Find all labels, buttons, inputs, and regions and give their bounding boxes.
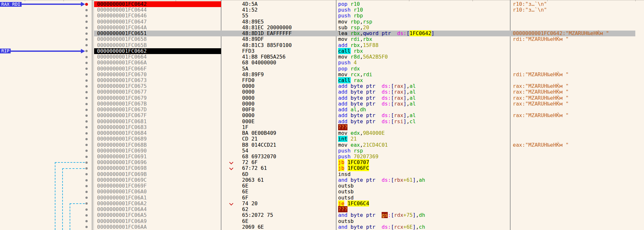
instruction-cell[interactable]: pop r10 bbox=[338, 1, 360, 7]
instruction-cell[interactable]: mov rbp,rsp bbox=[338, 19, 372, 25]
row-bullet-icon[interactable] bbox=[85, 144, 88, 146]
address-cell[interactable]: 0000000001FC064A bbox=[97, 25, 147, 31]
instruction-cell[interactable]: int 21 bbox=[338, 136, 357, 142]
instruction-cell[interactable]: mov eax,21CD4C01 bbox=[338, 142, 388, 148]
address-cell[interactable]: 0000000001FC06A0 bbox=[97, 189, 147, 195]
disasm-row[interactable]: 0000000001FC069672 6Fjb 1FC0707 bbox=[0, 160, 644, 165]
bytes-cell[interactable]: 2063 61 bbox=[242, 177, 264, 183]
instruction-cell[interactable]: outsd bbox=[338, 195, 354, 201]
address-cell[interactable]: 0000000001FC067F bbox=[97, 113, 147, 118]
address-cell[interactable]: 0000000001FC06AA bbox=[97, 224, 147, 230]
address-cell[interactable]: 0000000001FC06A9 bbox=[97, 218, 147, 224]
instruction-cell[interactable]: outsb bbox=[338, 189, 354, 195]
bytes-cell[interactable]: 48:89DF bbox=[242, 36, 264, 42]
disasm-row[interactable]: 0000000001FC069B6Dinsd bbox=[0, 171, 644, 177]
address-cell[interactable]: 0000000001FC0679 bbox=[97, 95, 147, 101]
disasm-row[interactable]: 0000000001FC069C2063 61and byte ptr ds:[… bbox=[0, 177, 644, 183]
address-cell[interactable]: 0000000001FC066F bbox=[97, 66, 147, 72]
row-bullet-icon[interactable] bbox=[85, 226, 88, 228]
row-bullet-icon[interactable] bbox=[85, 44, 88, 46]
bytes-cell[interactable]: 6E bbox=[242, 189, 248, 195]
disasm-row[interactable]: 0000000001FC06A565:2072 75and byte ptr g… bbox=[0, 212, 644, 218]
bytes-cell[interactable]: 48:81C3 885F0100 bbox=[242, 42, 292, 48]
bytes-cell[interactable]: 72 6F bbox=[242, 160, 258, 165]
instruction-cell[interactable]: ??? bbox=[338, 124, 347, 130]
address-cell[interactable]: 0000000001FC0662 bbox=[97, 48, 147, 54]
address-cell[interactable]: 0000000001FC0691 bbox=[97, 154, 147, 160]
disasm-row[interactable]: 0000000001FC066441:B8 F0B5A256mov r8d,56… bbox=[0, 54, 644, 60]
bytes-cell[interactable]: 41:B8 F0B5A256 bbox=[242, 54, 286, 60]
address-cell[interactable]: 0000000001FC069C bbox=[97, 177, 147, 183]
address-cell[interactable]: 0000000001FC067B bbox=[97, 101, 147, 107]
row-bullet-icon[interactable] bbox=[85, 126, 88, 128]
bytes-cell[interactable]: BA 0E00B409 bbox=[242, 130, 276, 136]
address-cell[interactable]: 0000000001FC0644 bbox=[97, 7, 147, 13]
row-bullet-icon[interactable] bbox=[85, 68, 88, 70]
disasm-row[interactable]: 0000000001FC06A274 20je 1FC06C4 bbox=[0, 201, 644, 207]
row-bullet-icon[interactable] bbox=[85, 138, 88, 140]
address-cell[interactable]: 0000000001FC069B bbox=[97, 171, 147, 177]
instruction-cell[interactable]: and byte ptr ds:[rcx+6E],ch bbox=[338, 224, 425, 230]
row-bullet-icon[interactable] bbox=[85, 214, 88, 216]
instruction-cell[interactable]: add rbx,15F88 bbox=[338, 42, 378, 48]
address-cell[interactable]: 0000000001FC0651 bbox=[97, 31, 147, 36]
row-bullet-icon[interactable] bbox=[85, 202, 88, 205]
instruction-cell[interactable]: and byte ptr ds:[rbx+61],ah bbox=[338, 177, 425, 183]
row-bullet-icon[interactable] bbox=[85, 50, 88, 52]
disasm-row[interactable]: 0000000001FC067D00F0add al,dh bbox=[0, 107, 644, 113]
row-bullet-icon[interactable] bbox=[85, 115, 88, 117]
bytes-cell[interactable]: 48:89E5 bbox=[242, 19, 264, 25]
address-cell[interactable]: 0000000001FC0646 bbox=[97, 13, 147, 19]
disasm-row[interactable]: 0000000001FC0684BA 0E00B409mov edx,9B400… bbox=[0, 130, 644, 136]
row-bullet-icon[interactable] bbox=[85, 120, 88, 123]
address-cell[interactable]: 0000000001FC068B bbox=[97, 142, 147, 148]
bytes-cell[interactable]: 48:81EC 20000000 bbox=[242, 25, 292, 31]
instruction-cell[interactable]: call rbx bbox=[338, 48, 363, 54]
row-bullet-icon[interactable] bbox=[85, 85, 88, 87]
instruction-cell[interactable]: sub rsp,20 bbox=[338, 25, 369, 31]
bytes-cell[interactable]: 54 bbox=[242, 148, 248, 154]
row-bullet-icon[interactable] bbox=[85, 103, 88, 105]
address-cell[interactable]: 0000000001FC06A5 bbox=[97, 212, 147, 218]
bytes-cell[interactable]: 000E bbox=[242, 119, 255, 124]
row-bullet-icon[interactable] bbox=[85, 91, 88, 93]
instruction-cell[interactable]: mov rdi,rbx bbox=[338, 36, 372, 42]
row-bullet-icon[interactable] bbox=[85, 73, 88, 76]
row-bullet-icon[interactable] bbox=[85, 15, 88, 17]
row-bullet-icon[interactable] bbox=[85, 197, 88, 199]
bytes-cell[interactable]: 68 04000000 bbox=[242, 60, 276, 66]
row-bullet-icon[interactable] bbox=[85, 79, 88, 82]
disasm-row[interactable]: 0000000001FC06424D:5Apop r10r10:"з…`\n" bbox=[0, 1, 644, 7]
bytes-cell[interactable]: 68 69732070 bbox=[242, 154, 276, 160]
instruction-cell[interactable]: and byte ptr gs:[rdx+75],dh bbox=[338, 212, 425, 218]
bytes-cell[interactable]: B8 014CCD21 bbox=[242, 142, 276, 148]
bytes-cell[interactable]: FFD3 bbox=[242, 48, 255, 54]
bytes-cell[interactable]: 0000 bbox=[242, 113, 255, 118]
disasm-row[interactable]: 0000000001FC065B48:81C3 885F0100add rbx,… bbox=[0, 42, 644, 48]
disasm-row[interactable]: 0000000001FC069054push rsp bbox=[0, 148, 644, 154]
row-bullet-icon[interactable] bbox=[85, 56, 88, 58]
address-cell[interactable]: 0000000001FC0673 bbox=[97, 78, 147, 83]
disasm-row[interactable]: 0000000001FC064748:89E5mov rbp,rsp bbox=[0, 19, 644, 25]
instruction-cell[interactable]: push rsp bbox=[338, 148, 363, 154]
bytes-cell[interactable]: 0000 bbox=[242, 89, 255, 95]
instruction-cell[interactable]: ??? bbox=[338, 207, 347, 212]
disasm-row[interactable]: 0000000001FC06A462??? bbox=[0, 207, 644, 212]
disasm-row[interactable]: 0000000001FC0662FFD3call rbx bbox=[0, 48, 644, 54]
address-cell[interactable]: 0000000001FC0647 bbox=[97, 19, 147, 25]
disasm-row[interactable]: 0000000001FC06790000add byte ptr ds:[rax… bbox=[0, 95, 644, 101]
address-cell[interactable]: 0000000001FC0675 bbox=[97, 83, 147, 89]
disasm-row[interactable]: 0000000001FC06750000add byte ptr ds:[rax… bbox=[0, 83, 644, 89]
bytes-cell[interactable]: 65:2072 75 bbox=[242, 212, 273, 218]
address-cell[interactable]: 0000000001FC065B bbox=[97, 42, 147, 48]
bytes-cell[interactable]: 48:89F9 bbox=[242, 72, 264, 78]
bytes-cell[interactable]: 74 20 bbox=[242, 201, 258, 207]
row-bullet-icon[interactable] bbox=[85, 38, 88, 41]
address-cell[interactable]: 0000000001FC06A2 bbox=[97, 201, 147, 207]
bytes-cell[interactable]: 6F bbox=[242, 195, 248, 201]
row-bullet-icon[interactable] bbox=[85, 27, 88, 29]
bytes-cell[interactable]: 6E bbox=[242, 183, 248, 189]
disasm-row[interactable]: 0000000001FC0681000Eadd byte ptr ds:[rsi… bbox=[0, 119, 644, 124]
row-bullet-icon[interactable] bbox=[85, 167, 88, 170]
row-bullet-icon[interactable] bbox=[85, 150, 88, 152]
